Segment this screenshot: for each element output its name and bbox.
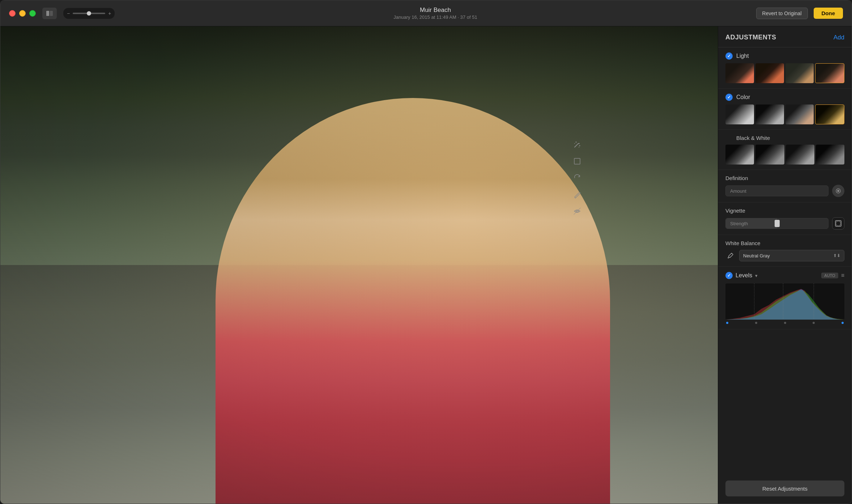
wb-mode-select[interactable]: Neutral Gray ⬆⬇ xyxy=(739,250,844,261)
bw-thumb-1[interactable] xyxy=(725,145,754,165)
svg-point-4 xyxy=(579,145,580,146)
zoom-control[interactable]: − + xyxy=(63,8,115,19)
svg-point-5 xyxy=(574,143,575,144)
white-balance-row: Neutral Gray ⬆⬇ xyxy=(725,250,844,261)
amount-label: Amount xyxy=(730,188,746,194)
minimize-button[interactable] xyxy=(19,10,26,17)
levels-menu-icon[interactable]: ≡ xyxy=(841,272,844,279)
white-balance-section: White Balance Neutral Gray ⬆⬇ xyxy=(718,235,852,267)
levels-checkbox[interactable] xyxy=(725,272,733,279)
photo-image xyxy=(0,26,718,504)
light-thumb-2[interactable] xyxy=(755,63,784,83)
titlebar-right: Revert to Original Done xyxy=(756,8,843,19)
histogram xyxy=(725,283,844,320)
color-thumb-4[interactable] xyxy=(815,104,844,124)
color-thumb-1[interactable] xyxy=(725,104,754,124)
svg-point-11 xyxy=(837,190,839,192)
red-eye-tool[interactable] xyxy=(571,205,583,217)
levels-right: AUTO ≡ xyxy=(821,272,844,279)
zoom-in-icon: + xyxy=(108,10,111,16)
levels-chevron-icon: ▾ xyxy=(755,273,758,278)
chevron-up-down-icon: ⬆⬇ xyxy=(833,253,840,258)
vignette-icon[interactable] xyxy=(832,217,844,230)
definition-toggle[interactable] xyxy=(832,185,844,197)
tick-1[interactable] xyxy=(755,322,757,324)
color-thumb-3[interactable] xyxy=(785,104,814,124)
adjustments-title: ADJUSTMENTS xyxy=(725,34,776,41)
titlebar: − + Muir Beach January 16, 2015 at 11:49… xyxy=(0,0,852,26)
levels-label: Levels xyxy=(736,272,752,279)
light-checkbox[interactable] xyxy=(725,52,733,60)
light-section: Light xyxy=(718,47,852,89)
crop-tool[interactable] xyxy=(571,155,583,167)
tick-0[interactable] xyxy=(726,322,728,324)
svg-rect-1 xyxy=(50,11,53,16)
rotate-tool[interactable] xyxy=(571,172,583,184)
wb-mode-label: Neutral Gray xyxy=(743,253,770,259)
bw-thumbnails xyxy=(725,145,844,165)
traffic-lights xyxy=(9,10,36,17)
definition-section: Definition Amount xyxy=(718,170,852,202)
right-panel: ADJUSTMENTS Add Light xyxy=(718,26,852,504)
titlebar-left: − + xyxy=(9,8,115,19)
light-section-header: Light xyxy=(725,52,844,60)
reset-container: Reset Adjustments xyxy=(718,473,852,504)
color-section-header: Color xyxy=(725,94,844,101)
amount-row: Amount xyxy=(725,185,844,197)
side-tools xyxy=(571,138,583,217)
light-thumb-3[interactable] xyxy=(785,63,814,83)
color-checkbox[interactable] xyxy=(725,94,733,101)
magic-wand-tool[interactable] xyxy=(571,138,583,151)
definition-label: Definition xyxy=(725,175,844,181)
close-button[interactable] xyxy=(9,10,16,17)
bw-thumb-4[interactable] xyxy=(816,145,844,165)
tick-4[interactable] xyxy=(842,322,844,324)
photo-area xyxy=(0,26,718,504)
zoom-slider[interactable] xyxy=(73,13,105,14)
maximize-button[interactable] xyxy=(29,10,36,17)
reset-adjustments-button[interactable]: Reset Adjustments xyxy=(725,480,844,496)
levels-header: Levels ▾ AUTO ≡ xyxy=(725,272,844,279)
strength-label: Strength xyxy=(730,221,748,226)
zoom-out-icon: − xyxy=(67,10,70,16)
auto-badge[interactable]: AUTO xyxy=(821,273,838,278)
bw-label: Black & White xyxy=(736,135,770,141)
histogram-ticks xyxy=(725,322,844,324)
light-thumb-1[interactable] xyxy=(725,63,754,83)
add-button[interactable]: Add xyxy=(834,34,844,41)
amount-bar[interactable]: Amount xyxy=(725,185,828,196)
color-label: Color xyxy=(736,94,750,101)
titlebar-center: Muir Beach January 16, 2015 at 11:49 AM … xyxy=(393,7,477,20)
levels-section: Levels ▾ AUTO ≡ xyxy=(718,267,852,329)
svg-line-2 xyxy=(575,144,578,147)
tick-2[interactable] xyxy=(784,322,786,324)
svg-point-3 xyxy=(576,142,577,143)
vignette-label: Vignette xyxy=(725,208,844,214)
vignette-section: Vignette Strength xyxy=(718,202,852,235)
view-toggle-button[interactable] xyxy=(42,8,57,19)
light-label: Light xyxy=(736,53,749,59)
eyedropper-icon[interactable] xyxy=(725,251,736,261)
color-thumbnails xyxy=(725,104,844,124)
revert-button[interactable]: Revert to Original xyxy=(756,8,808,19)
svg-point-13 xyxy=(836,221,841,226)
white-balance-label: White Balance xyxy=(725,240,844,246)
color-thumb-2[interactable] xyxy=(755,104,784,124)
bw-thumb-3[interactable] xyxy=(786,145,814,165)
svg-rect-0 xyxy=(46,11,49,16)
bw-section-header: Black & White xyxy=(725,135,844,141)
light-thumbnails xyxy=(725,63,844,83)
retouch-tool[interactable] xyxy=(571,188,583,201)
tick-3[interactable] xyxy=(813,322,815,324)
levels-left: Levels ▾ xyxy=(725,272,758,279)
svg-point-14 xyxy=(728,257,729,259)
bw-thumb-2[interactable] xyxy=(755,145,784,165)
svg-point-6 xyxy=(579,147,579,148)
adjustments-header: ADJUSTMENTS Add xyxy=(718,26,852,47)
strength-bar[interactable]: Strength xyxy=(725,218,828,229)
svg-rect-7 xyxy=(574,158,580,164)
photo-subtitle: January 16, 2015 at 11:49 AM · 37 of 51 xyxy=(393,14,477,20)
done-button[interactable]: Done xyxy=(814,8,843,19)
light-thumb-4[interactable] xyxy=(815,63,844,83)
vignette-row: Strength xyxy=(725,217,844,230)
